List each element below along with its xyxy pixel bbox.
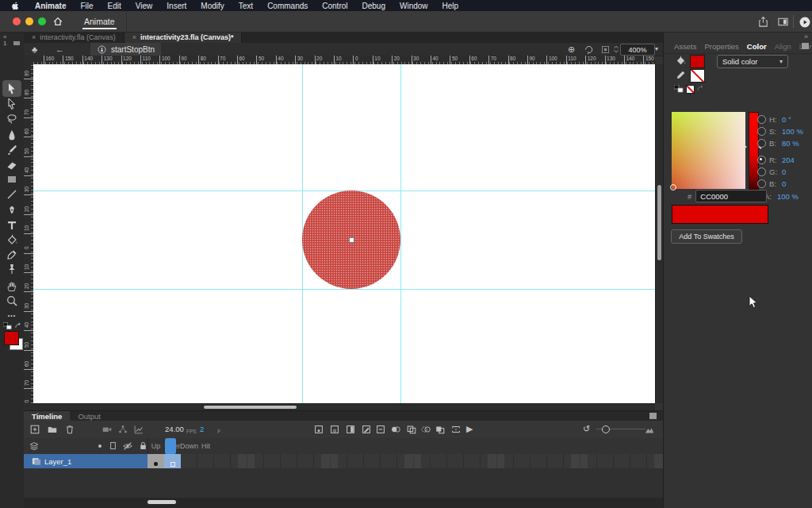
insert-frame-icon[interactable] bbox=[345, 424, 356, 435]
asset-warp-tool[interactable] bbox=[2, 260, 21, 277]
quick-share-icon[interactable] bbox=[799, 16, 811, 29]
play-icon[interactable]: ▶ bbox=[466, 424, 473, 434]
layer-row[interactable]: Layer_1 bbox=[24, 454, 147, 468]
color-picker-marker[interactable] bbox=[670, 184, 676, 190]
stroke-color-swatch[interactable] bbox=[690, 69, 705, 83]
menu-item-control[interactable]: Control bbox=[315, 2, 354, 10]
tools-page-indicator[interactable] bbox=[13, 41, 20, 45]
minimize-window-button[interactable] bbox=[25, 17, 33, 25]
swap-colors-icon[interactable] bbox=[696, 85, 706, 93]
blue-radio[interactable] bbox=[757, 179, 766, 188]
stroke-pencil-icon[interactable] bbox=[676, 70, 686, 80]
keyframe-over-selected[interactable] bbox=[164, 454, 181, 468]
classic-brush-tool[interactable] bbox=[2, 141, 21, 158]
onion-skin-icon[interactable] bbox=[390, 424, 401, 435]
fps-value[interactable]: 24.00 bbox=[165, 425, 184, 433]
red-value[interactable]: 204 bbox=[782, 156, 795, 164]
frame-header-up[interactable]: Up bbox=[151, 442, 161, 450]
fill-color-swatch[interactable] bbox=[4, 331, 19, 345]
menu-item-view[interactable]: View bbox=[128, 2, 160, 10]
slider-marker-left[interactable] bbox=[744, 144, 747, 149]
color-gradient-field[interactable] bbox=[672, 112, 745, 189]
layer-name[interactable]: Layer_1 bbox=[44, 457, 71, 466]
current-frame-value[interactable]: 2 bbox=[200, 425, 204, 433]
horizontal-guide[interactable] bbox=[33, 289, 655, 290]
frame-grid[interactable] bbox=[181, 454, 663, 468]
hex-input[interactable]: CC0000 bbox=[695, 190, 767, 202]
selection-tool[interactable] bbox=[2, 80, 21, 97]
close-window-button[interactable] bbox=[13, 17, 21, 25]
blue-value[interactable]: 0 bbox=[782, 179, 786, 188]
tab-properties[interactable]: Properties bbox=[701, 42, 743, 51]
graph-editor-icon[interactable] bbox=[133, 424, 144, 435]
tab-output[interactable]: Output bbox=[70, 411, 109, 421]
show-all-icon[interactable] bbox=[98, 444, 102, 448]
remove-frame-icon[interactable] bbox=[375, 424, 386, 435]
green-radio[interactable] bbox=[757, 167, 766, 176]
saturation-radio[interactable] bbox=[757, 127, 766, 136]
frame-header-hit[interactable]: Hit bbox=[201, 442, 210, 450]
menu-item-animate[interactable]: Animate bbox=[28, 2, 73, 10]
reset-timeline-zoom-icon[interactable]: ↺ bbox=[583, 424, 590, 434]
color-type-dropdown[interactable]: Solid color ▾ bbox=[717, 55, 788, 68]
menu-item-commands[interactable]: Commands bbox=[260, 2, 315, 10]
close-document-icon[interactable]: × bbox=[32, 33, 36, 41]
fill-paint-bucket-icon[interactable] bbox=[675, 56, 687, 66]
menu-item-edit[interactable]: Edit bbox=[101, 2, 128, 10]
home-icon[interactable] bbox=[52, 16, 63, 27]
document-tab-active[interactable]: × interactivity23.fla (Canvas)* bbox=[124, 32, 243, 43]
menu-item-debug[interactable]: Debug bbox=[355, 2, 393, 10]
saturation-value[interactable]: 100 % bbox=[782, 127, 803, 136]
tab-timeline[interactable]: Timeline bbox=[24, 411, 70, 421]
camera-icon[interactable] bbox=[102, 424, 113, 435]
loop-playback-icon[interactable] bbox=[450, 424, 462, 435]
default-colors-icon[interactable] bbox=[3, 322, 12, 330]
apple-menu-icon[interactable] bbox=[11, 2, 20, 10]
delete-layer-icon[interactable] bbox=[64, 424, 75, 435]
edit-multiple-frames-icon[interactable] bbox=[406, 424, 417, 435]
brightness-value[interactable]: 80 % bbox=[782, 139, 799, 148]
insert-blank-keyframe-icon[interactable] bbox=[329, 424, 340, 435]
auto-keyframe-icon[interactable] bbox=[361, 424, 372, 435]
layer-outline-icon[interactable] bbox=[108, 441, 118, 451]
insert-keyframe-icon[interactable] bbox=[313, 424, 324, 435]
scrollbar-thumb[interactable] bbox=[204, 406, 297, 409]
zoom-dropdown-icon[interactable]: ▾ bbox=[655, 45, 658, 52]
center-stage-icon[interactable]: ⊕ bbox=[568, 44, 575, 55]
line-tool[interactable] bbox=[2, 186, 21, 202]
frame-header-down[interactable]: Down bbox=[180, 442, 198, 450]
back-arrow-icon[interactable]: ← bbox=[56, 44, 64, 54]
hide-layers-icon[interactable] bbox=[122, 441, 133, 452]
scrollbar-thumb[interactable] bbox=[657, 185, 661, 260]
new-layer-icon[interactable] bbox=[29, 424, 40, 435]
default-colors-icon[interactable] bbox=[674, 85, 684, 93]
menu-item-text[interactable]: Text bbox=[232, 2, 260, 10]
add-to-swatches-button[interactable]: Add To Swatches bbox=[671, 229, 742, 244]
tab-assets[interactable]: Assets bbox=[670, 42, 701, 51]
fluid-brush-tool[interactable] bbox=[2, 126, 21, 143]
subselection-tool[interactable] bbox=[2, 95, 21, 112]
rotate-view-icon[interactable] bbox=[584, 44, 594, 55]
vertical-guide[interactable] bbox=[400, 64, 401, 403]
zoom-tool[interactable] bbox=[2, 292, 21, 309]
menu-item-help[interactable]: Help bbox=[435, 2, 466, 10]
symbol-breadcrumb[interactable]: startStopBtn bbox=[90, 43, 161, 56]
document-tab-inactive[interactable]: × interactivity.fla (Canvas) bbox=[24, 32, 124, 43]
zoom-window-button[interactable] bbox=[38, 17, 46, 25]
keyframe-up[interactable] bbox=[147, 454, 164, 468]
alpha-value[interactable]: 100 % bbox=[777, 192, 799, 201]
new-folder-icon[interactable] bbox=[47, 424, 58, 435]
scrollbar-thumb[interactable] bbox=[147, 500, 176, 504]
registration-point[interactable] bbox=[349, 237, 354, 243]
edit-scene-icon[interactable]: ♣ bbox=[32, 44, 37, 54]
menu-item-window[interactable]: Window bbox=[393, 2, 435, 10]
onion-skin-outlines-icon[interactable] bbox=[420, 424, 431, 435]
share-icon[interactable] bbox=[757, 16, 769, 28]
span-frames-icon[interactable] bbox=[435, 424, 446, 435]
playhead[interactable] bbox=[165, 438, 176, 454]
swap-colors-icon[interactable] bbox=[14, 322, 23, 330]
timeline-zoom-knob[interactable] bbox=[602, 425, 610, 433]
stage-canvas[interactable] bbox=[33, 64, 655, 403]
no-color-icon[interactable] bbox=[686, 85, 695, 94]
hue-value[interactable]: 0 ° bbox=[782, 115, 791, 124]
